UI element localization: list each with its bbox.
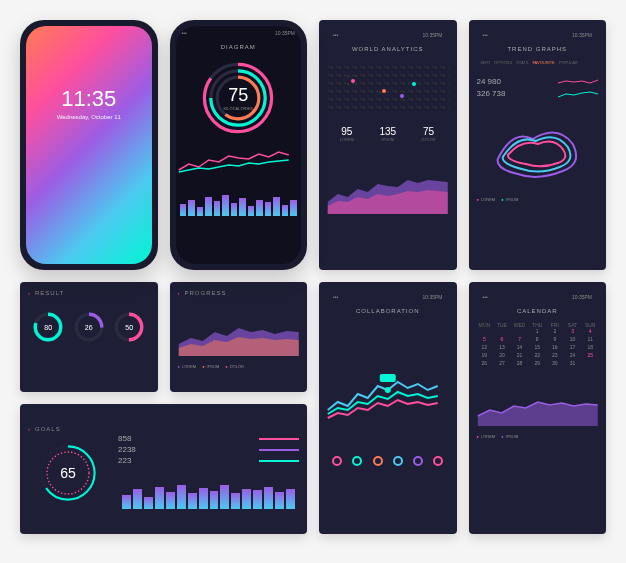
status-time: 10:35PM [572, 32, 592, 38]
world-metric-value: 75 [423, 126, 434, 137]
result-title: RESULT [35, 290, 64, 296]
back-icon[interactable]: ‹ [178, 290, 181, 296]
progress-title: PROGRESS [185, 290, 227, 296]
back-icon[interactable]: ‹ [28, 290, 31, 296]
trend-title: TREND GRAPHS [477, 46, 599, 52]
calendar-day[interactable]: 17 [565, 344, 581, 350]
signal-icon: ••• [333, 32, 338, 38]
calendar-day[interactable] [477, 328, 493, 334]
calendar-day[interactable]: 19 [477, 352, 493, 358]
phone-diagram: •••10:35PM DIAGRAM 75 KILOCALORIES [170, 20, 308, 270]
world-map [327, 64, 449, 114]
calendar-day[interactable]: 16 [547, 344, 563, 350]
calendar-day[interactable]: 6 [494, 336, 510, 342]
diagram-donut: 75 KILOCALORIES [198, 58, 278, 138]
world-area-chart [327, 154, 449, 214]
collab-dots [327, 456, 449, 466]
world-metrics: 95LOREM 135IPSUM 75DOLOR [327, 126, 449, 142]
back-icon[interactable]: ‹ [28, 426, 31, 432]
calendar-day[interactable]: 11 [582, 336, 598, 342]
collab-title: COLLABORATION [327, 308, 449, 314]
tab-options[interactable]: OPTIONS [494, 60, 512, 65]
calendar-day[interactable]: 10 [565, 336, 581, 342]
trend-tabs: INFO OPTIONS STATS FAVOURITE POPULAR [477, 60, 599, 65]
calendar-day[interactable] [582, 360, 598, 366]
calendar-day[interactable]: 9 [547, 336, 563, 342]
signal-icon: ••• [333, 294, 338, 300]
calendar-day[interactable]: 21 [512, 352, 528, 358]
calendar-day[interactable]: 23 [547, 352, 563, 358]
goals-bars [118, 469, 299, 509]
calendar-title: CALENDAR [477, 308, 599, 314]
status-time: 10:35PM [275, 30, 295, 36]
calendar-day[interactable] [494, 328, 510, 334]
calendar-day[interactable]: 30 [547, 360, 563, 366]
goals-title: GOALS [35, 426, 61, 432]
calendar-card: •••10:35PM CALENDAR MONTUEWEDTHUFRISATSU… [469, 282, 607, 534]
tab-info[interactable]: INFO [481, 60, 491, 65]
svg-point-12 [385, 387, 391, 393]
diagram-label: KILOCALORIES [224, 106, 253, 111]
world-metric-value: 135 [379, 126, 396, 137]
calendar-day[interactable]: 14 [512, 344, 528, 350]
diagram-line-chart [176, 142, 302, 182]
calendar-day[interactable]: 2 [547, 328, 563, 334]
calendar-day[interactable]: 25 [582, 352, 598, 358]
calendar-day[interactable]: 7 [512, 336, 528, 342]
calendar-day[interactable]: 8 [529, 336, 545, 342]
lock-time: 11:35 [61, 86, 116, 112]
signal-icon: ••• [483, 294, 488, 300]
diagram-value: 75 [224, 85, 253, 106]
calendar-day[interactable]: 18 [582, 344, 598, 350]
diagram-title: DIAGRAM [176, 44, 302, 50]
calendar-legend: LOREM IPSUM [477, 434, 599, 439]
calendar-day[interactable]: 3 [565, 328, 581, 334]
result-card: ‹RESULT 80 26 50 [20, 282, 158, 392]
calendar-day[interactable]: 4 [582, 328, 598, 334]
calendar-day[interactable]: 5 [477, 336, 493, 342]
signal-icon: ••• [483, 32, 488, 38]
goals-stats: 858 2238 223 [118, 434, 299, 465]
calendar-day[interactable]: 26 [477, 360, 493, 366]
svg-rect-13 [380, 374, 396, 382]
goals-card: ‹GOALS 65 858 2238 223 [20, 404, 307, 534]
trend-legend: LOREM IPSUM [477, 197, 599, 202]
calendar-day[interactable]: 27 [494, 360, 510, 366]
calendar-day[interactable]: 15 [529, 344, 545, 350]
trend-blob-chart [477, 109, 599, 189]
progress-card: ‹PROGRESS LOREM IPSUM DOLOR [170, 282, 308, 392]
progress-chart [178, 306, 300, 356]
signal-icon: ••• [182, 30, 187, 36]
tab-stats[interactable]: STATS [516, 60, 528, 65]
progress-legend: LOREM IPSUM DOLOR [178, 364, 300, 369]
calendar-day[interactable]: 1 [529, 328, 545, 334]
diagram-bars [176, 186, 302, 216]
calendar-day[interactable]: 31 [565, 360, 581, 366]
trend-graphs-card: •••10:35PM TREND GRAPHS INFO OPTIONS STA… [469, 20, 607, 270]
calendar-day[interactable]: 29 [529, 360, 545, 366]
calendar-grid[interactable]: 1234567891011121314151617181920212223242… [477, 328, 599, 368]
calendar-day[interactable]: 24 [565, 352, 581, 358]
world-metric-value: 95 [341, 126, 352, 137]
lock-date: Wednesday, October 11 [57, 114, 121, 120]
goals-value: 65 [60, 465, 76, 481]
status-time: 10:35PM [422, 294, 442, 300]
status-time: 10:35PM [572, 294, 592, 300]
calendar-day[interactable]: 12 [477, 344, 493, 350]
calendar-day[interactable] [512, 328, 528, 334]
calendar-day[interactable]: 20 [494, 352, 510, 358]
tab-favourite[interactable]: FAVOURITE [532, 60, 554, 65]
calendar-day[interactable]: 22 [529, 352, 545, 358]
phone-lockscreen: 11:35 Wednesday, October 11 [20, 20, 158, 270]
calendar-day[interactable]: 28 [512, 360, 528, 366]
collaboration-card: •••10:35PM COLLABORATION [319, 282, 457, 534]
calendar-chart [477, 376, 599, 426]
calendar-day[interactable]: 13 [494, 344, 510, 350]
tab-popular[interactable]: POPULAR [559, 60, 578, 65]
collab-chart [327, 326, 449, 446]
trend-stats: 24 980 326 738 [477, 75, 599, 101]
world-analytics-card: •••10:35PM WORLD ANALYTICS 95LOREM 135IP… [319, 20, 457, 270]
world-title: WORLD ANALYTICS [327, 46, 449, 52]
goals-donut: 65 [33, 438, 103, 508]
status-time: 10:35PM [422, 32, 442, 38]
